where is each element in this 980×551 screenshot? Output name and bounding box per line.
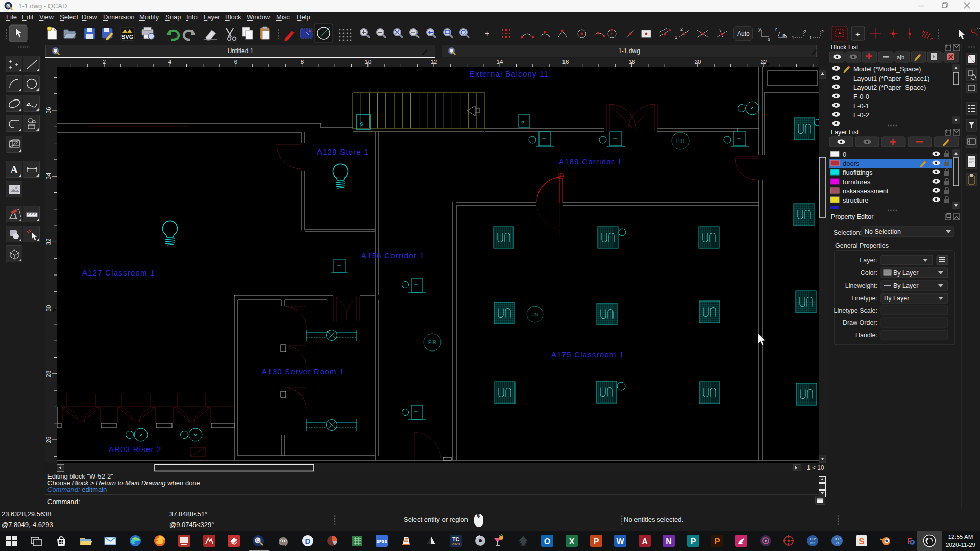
svg-text:UN: UN (532, 312, 538, 317)
svg-text:A127 Classroom 1: A127 Classroom 1 (82, 268, 155, 277)
svg-text:PIR: PIR (676, 138, 685, 144)
svg-text:General Properties: General Properties (835, 242, 889, 249)
svg-text:+: + (855, 30, 860, 38)
svg-text:1: 1 (809, 35, 812, 40)
svg-text:Handle:: Handle: (855, 332, 877, 339)
svg-text:34: 34 (45, 172, 52, 179)
svg-text:W: W (616, 537, 624, 546)
svg-text:y: y (758, 26, 761, 32)
svg-text:14: 14 (497, 59, 503, 65)
svg-text:6: 6 (234, 59, 237, 65)
svg-text:A175 Classroom 1: A175 Classroom 1 (551, 350, 624, 359)
svg-text:Layer:: Layer: (860, 257, 877, 264)
svg-text:X: X (569, 537, 575, 546)
svg-text:Layout1 (*Paper_Space1): Layout1 (*Paper_Space1) (853, 74, 930, 82)
svg-text:7s: 7s (836, 541, 839, 545)
svg-text:SVG: SVG (121, 34, 133, 40)
svg-text:P: P (714, 537, 720, 546)
svg-text:16: 16 (562, 59, 569, 65)
svg-text:1: 1 (792, 35, 794, 40)
svg-text:a|b: a|b (897, 54, 904, 60)
svg-text:Linetype:: Linetype: (851, 295, 877, 302)
svg-text:A: A (10, 164, 18, 176)
svg-text:Auto: Auto (737, 30, 750, 37)
svg-text:O: O (544, 537, 550, 546)
svg-text:x: x (768, 37, 770, 42)
svg-text:10: 10 (365, 59, 372, 65)
svg-text:Layer List: Layer List (831, 129, 859, 136)
svg-text:A189 Corridor 1: A189 Corridor 1 (559, 157, 622, 166)
svg-text:2: 2 (804, 29, 806, 34)
svg-text:2: 2 (103, 59, 106, 65)
svg-text:By Layer: By Layer (884, 295, 909, 302)
svg-text:PIR: PIR (428, 340, 437, 345)
svg-text:F-0-1: F-0-1 (853, 102, 869, 110)
svg-text:32: 32 (45, 239, 52, 245)
svg-text:doors: doors (843, 160, 860, 167)
svg-text:TFP: TFP (809, 537, 816, 541)
svg-text:TC: TC (452, 537, 459, 542)
svg-text:r: r (775, 27, 777, 32)
svg-text:1: 1 (675, 35, 677, 40)
svg-text:26: 26 (45, 437, 52, 443)
svg-text:A130 Server Room 1: A130 Server Room 1 (262, 367, 345, 376)
svg-text:22: 22 (761, 59, 767, 65)
svg-text:TFP: TFP (834, 537, 841, 541)
svg-text:P: P (691, 537, 696, 546)
svg-text:A156 Corridor 1: A156 Corridor 1 (361, 251, 425, 260)
svg-text:1 < 10: 1 < 10 (807, 464, 824, 471)
svg-text:By Layer: By Layer (893, 282, 918, 289)
svg-text:36: 36 (45, 107, 52, 114)
svg-text:Selection:: Selection: (834, 229, 862, 236)
svg-text:0: 0 (843, 151, 846, 158)
svg-text:2: 2 (680, 27, 683, 32)
svg-text:Linetype Scale:: Linetype Scale: (834, 307, 877, 314)
svg-text:Draw Order:: Draw Order: (843, 319, 877, 327)
svg-text:28: 28 (45, 371, 52, 378)
svg-text:Model (*Model_Space): Model (*Model_Space) (853, 65, 921, 73)
svg-text:20: 20 (695, 59, 701, 65)
svg-text:18: 18 (629, 59, 635, 65)
svg-text:Layout2 (*Paper_Space): Layout2 (*Paper_Space) (853, 84, 926, 91)
svg-text:30: 30 (45, 305, 52, 312)
svg-text:12: 12 (431, 59, 437, 65)
svg-text:riskassessment: riskassessment (843, 187, 889, 195)
svg-text:4: 4 (168, 59, 172, 65)
svg-text:External Balcony 11: External Balcony 11 (470, 69, 549, 78)
svg-text:structure: structure (843, 196, 869, 204)
svg-text:a: a (782, 33, 785, 38)
svg-text:S: S (859, 537, 864, 546)
svg-text:N: N (666, 537, 672, 546)
svg-text:2020: 2020 (452, 542, 460, 546)
svg-text:No Selection: No Selection (865, 228, 901, 235)
svg-text:A: A (642, 537, 648, 546)
svg-text:furnitures: furnitures (843, 178, 871, 186)
svg-text:SPSS: SPSS (376, 539, 387, 544)
svg-text:Block List: Block List (831, 44, 859, 51)
svg-text:F-0-0: F-0-0 (853, 93, 869, 101)
svg-text:+: + (485, 29, 489, 38)
svg-text:Lineweight:: Lineweight: (845, 282, 877, 289)
svg-text:Property Editor: Property Editor (831, 213, 873, 220)
svg-text:AR03 Riser 2: AR03 Riser 2 (109, 445, 162, 454)
svg-text:Color:: Color: (861, 269, 877, 277)
svg-text:A128 Store 1: A128 Store 1 (317, 147, 369, 156)
svg-text:2: 2 (821, 29, 824, 34)
svg-text:F-0-2: F-0-2 (853, 111, 869, 119)
svg-text:fluofittings: fluofittings (843, 169, 873, 177)
svg-text:v16: v16 (810, 541, 816, 545)
svg-text:8: 8 (301, 59, 304, 65)
svg-text:P: P (594, 537, 599, 546)
svg-text:D: D (305, 537, 311, 545)
svg-text:By Layer: By Layer (893, 269, 918, 277)
